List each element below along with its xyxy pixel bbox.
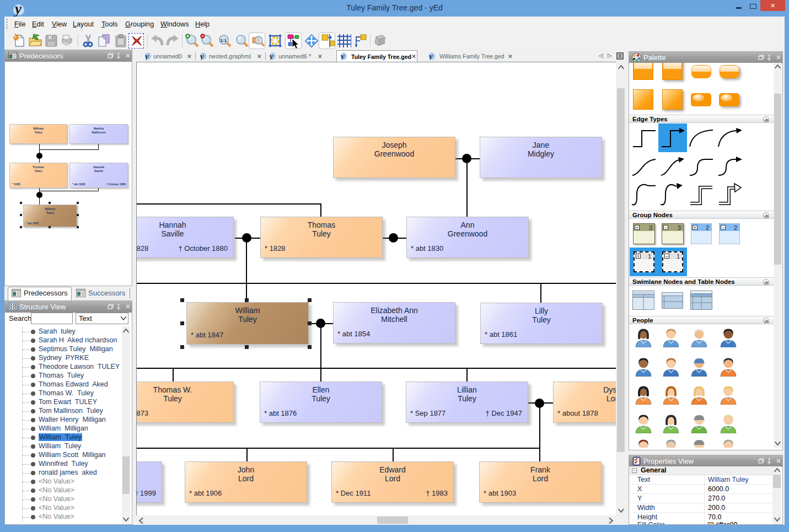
svg-text:1:1: 1:1 (221, 38, 227, 43)
svg-text:y: y (200, 52, 204, 60)
svg-text:y: y (429, 52, 433, 60)
svg-text:y: y (341, 52, 345, 60)
svg-text:y: y (270, 52, 273, 60)
svg-text:y: y (145, 52, 149, 60)
